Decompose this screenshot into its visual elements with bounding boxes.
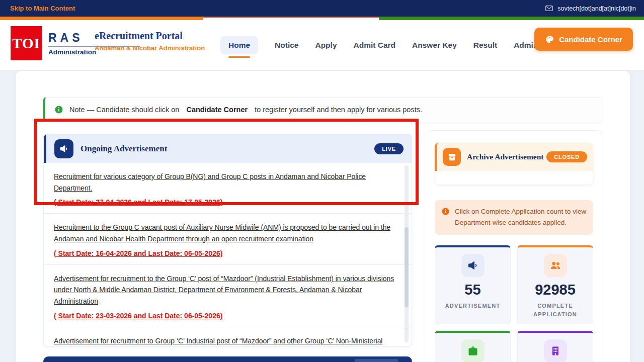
note-text-suffix: to register yourself and then apply for … [255,106,422,114]
list-item: Advertisement for recruitment to the Gro… [44,265,412,327]
note-text-highlight: Candidate Corner [186,106,248,114]
top-utility-bar: Skip to Main Content sovtech[dot]and[at]… [0,0,644,17]
contact-email-text: sovtech[dot]and[at]nic[dot]in [557,5,636,12]
stat-label: ADVERTISEMENT [435,302,510,311]
megaphone-icon [461,254,485,277]
next-section-badge [355,359,398,362]
main-navigation: Home Notice Apply Admit Card Answer Key … [220,20,566,70]
info-icon [54,105,63,114]
list-item: Advertisement for recruitment to Group ‘… [44,327,412,346]
closed-badge: CLOSED [546,151,587,162]
building-icon [544,339,567,362]
megaphone-icon [54,139,73,158]
stat-card-purple[interactable]: 31 [517,331,593,362]
nav-item-home[interactable]: Home [220,36,258,54]
hint-text: Click on Complete Application count to v… [455,206,587,229]
ongoing-advertisement-card: Ongoing Advertisement LIVE Recruitment f… [43,134,412,346]
stripe-orange-segment [0,17,203,20]
archive-advertisement-title: Archive Advertisement [467,152,544,161]
nav-item-result[interactable]: Result [473,41,497,50]
archive-advertisement-header: Archive Advertisement CLOSED [435,143,593,171]
stat-value: 55 [435,282,510,298]
right-sidebar-panel: Archive Advertisement CLOSED Click on Co… [426,130,602,362]
list-scrollbar-track [405,165,409,342]
skip-to-main-content-link[interactable]: Skip to Main Content [10,5,75,12]
nav-item-answer-key[interactable]: Answer Key [412,41,457,50]
stripe-white-segment [203,17,378,20]
briefcase-icon [461,339,485,362]
advertisement-link[interactable]: Recruitment for various category of Grou… [54,171,396,194]
list-item: Recruitment for various category of Grou… [44,163,412,214]
note-banner: Note — Candidate should click on Candida… [43,97,602,122]
advertisement-link[interactable]: Recruitment to the Group C vacant post o… [54,222,396,244]
candidate-corner-label: Candidate Corner [559,35,622,44]
advertisement-dates: ( Start Date: 23-03-2026 and Last Date: … [54,312,396,320]
stat-label: COMPLETE APPLICATION [518,302,593,319]
portal-title-block: eRecruitment Portal Andaman & Nicobar Ad… [95,30,205,52]
stat-value: 92985 [518,282,593,298]
list-scrollbar-thumb[interactable] [405,227,409,307]
advertisement-dates: ( Start Date: 27-04-2026 and Last Date: … [54,198,396,206]
ongoing-advertisement-title: Ongoing Advertisement [80,144,167,154]
stripe-green-segment [379,17,644,20]
toi-watermark-text: TOI [12,35,40,52]
palette-icon [545,35,554,44]
live-badge: LIVE [374,143,404,154]
page-subtitle: Andaman & Nicobar Administration [95,44,205,52]
note-text-prefix: Note — Candidate should click on [69,106,179,114]
archive-box-icon [443,148,461,166]
advertisement-link[interactable]: Advertisement for recruitment to Group ‘… [54,335,396,346]
archive-advertisement-card: Archive Advertisement CLOSED [435,143,593,185]
tricolor-stripe [0,17,644,20]
toi-watermark: TOI [11,26,42,60]
nav-item-admit-card[interactable]: Admit Card [354,41,396,50]
envelope-icon [545,4,553,13]
stat-card-advertisement[interactable]: 55 ADVERTISEMENT [435,245,511,324]
ongoing-advertisement-list: Recruitment for various category of Grou… [44,163,412,346]
statistics-grid: 55 ADVERTISEMENT 92985 COMPLETE APPLICAT… [435,245,593,362]
site-header: TOI RAS Administration eRecruitment Port… [0,20,644,70]
ongoing-advertisement-header: Ongoing Advertisement LIVE [44,134,412,163]
list-item: Recruitment to the Group C vacant post o… [44,214,412,264]
page-title: eRecruitment Portal [95,30,205,42]
people-icon [544,254,567,277]
nav-item-apply[interactable]: Apply [315,41,337,50]
advertisement-dates: ( Start Date: 16-04-2026 and Last Date: … [54,249,396,257]
contact-email[interactable]: sovtech[dot]and[at]nic[dot]in [545,4,636,13]
main-content-panel: Note — Candidate should click on Candida… [15,70,630,362]
next-section-header-cutoff [43,356,412,362]
nav-item-notice[interactable]: Notice [275,41,298,50]
info-icon [441,207,450,229]
stat-card-complete-application[interactable]: 92985 COMPLETE APPLICATION [517,245,593,324]
complete-application-hint: Click on Complete Application count to v… [435,200,593,235]
archive-advertisement-body [435,171,593,185]
stat-card-green[interactable]: 106 [435,331,511,362]
advertisement-link[interactable]: Advertisement for recruitment to the Gro… [54,273,396,307]
candidate-corner-button[interactable]: Candidate Corner [534,28,633,51]
